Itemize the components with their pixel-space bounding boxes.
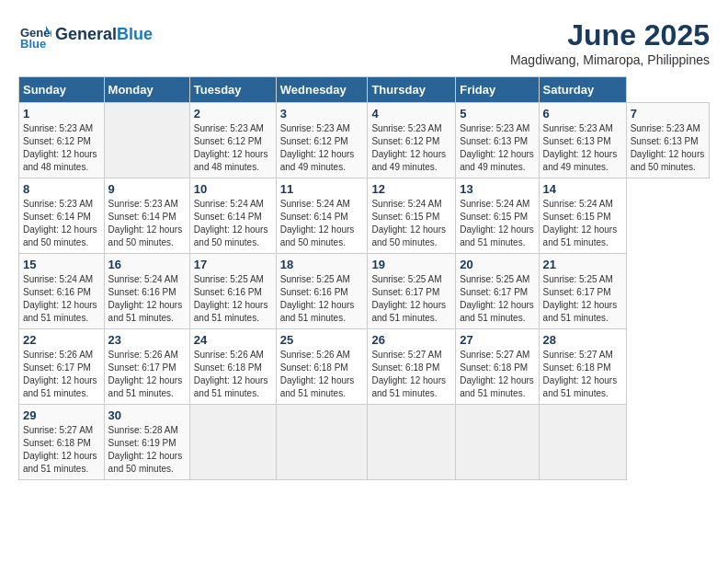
calendar-day-empty [276, 405, 368, 480]
calendar-day-10: 10Sunrise: 5:24 AM Sunset: 6:14 PM Dayli… [189, 178, 276, 254]
day-info: Sunrise: 5:23 AM Sunset: 6:12 PM Dayligh… [371, 122, 451, 174]
logo-icon: General Blue [18, 18, 51, 52]
day-info: Sunrise: 5:23 AM Sunset: 6:12 PM Dayligh… [23, 122, 100, 174]
day-number: 16 [108, 258, 186, 271]
day-number: 8 [23, 182, 100, 196]
day-info: Sunrise: 5:23 AM Sunset: 6:13 PM Dayligh… [543, 122, 622, 174]
day-info: Sunrise: 5:24 AM Sunset: 6:14 PM Dayligh… [280, 198, 364, 249]
day-number: 15 [23, 258, 100, 271]
calendar-day-24: 24Sunrise: 5:26 AM Sunset: 6:18 PM Dayli… [189, 329, 276, 405]
calendar-week-4: 29Sunrise: 5:27 AM Sunset: 6:18 PM Dayli… [19, 405, 710, 480]
calendar-week-0: 1Sunrise: 5:23 AM Sunset: 6:12 PM Daylig… [19, 103, 710, 178]
day-number: 20 [460, 258, 534, 271]
day-number: 28 [543, 333, 622, 347]
calendar-day-17: 17Sunrise: 5:25 AM Sunset: 6:16 PM Dayli… [189, 254, 276, 329]
day-info: Sunrise: 5:26 AM Sunset: 6:18 PM Dayligh… [194, 349, 272, 400]
location-subtitle: Magdiwang, Mimaropa, Philippines [510, 52, 710, 67]
day-info: Sunrise: 5:25 AM Sunset: 6:16 PM Dayligh… [194, 273, 272, 325]
calendar-day-9: 9Sunrise: 5:23 AM Sunset: 6:14 PM Daylig… [104, 178, 189, 254]
page-header: General Blue GeneralBlue June 2025 Magdi… [18, 18, 710, 67]
day-info: Sunrise: 5:23 AM Sunset: 6:12 PM Dayligh… [280, 122, 364, 174]
col-header-saturday: Saturday [539, 77, 626, 103]
calendar-day-4: 4Sunrise: 5:23 AM Sunset: 6:12 PM Daylig… [368, 103, 456, 178]
calendar-day-8: 8Sunrise: 5:23 AM Sunset: 6:14 PM Daylig… [19, 178, 105, 254]
day-number: 27 [460, 333, 534, 347]
col-header-sunday: Sunday [19, 77, 105, 103]
day-number: 13 [460, 182, 534, 196]
calendar-day-18: 18Sunrise: 5:25 AM Sunset: 6:16 PM Dayli… [276, 254, 368, 329]
calendar-body: 1Sunrise: 5:23 AM Sunset: 6:12 PM Daylig… [19, 103, 710, 480]
day-number: 29 [23, 408, 100, 422]
day-info: Sunrise: 5:26 AM Sunset: 6:18 PM Dayligh… [280, 349, 364, 400]
col-header-thursday: Thursday [368, 77, 456, 103]
day-info: Sunrise: 5:24 AM Sunset: 6:16 PM Dayligh… [108, 273, 186, 325]
calendar-week-1: 8Sunrise: 5:23 AM Sunset: 6:14 PM Daylig… [19, 178, 710, 254]
calendar-day-28: 28Sunrise: 5:27 AM Sunset: 6:18 PM Dayli… [539, 329, 626, 405]
day-number: 2 [194, 107, 272, 121]
title-block: June 2025 Magdiwang, Mimaropa, Philippin… [510, 18, 710, 67]
calendar-day-empty [189, 405, 276, 480]
day-info: Sunrise: 5:24 AM Sunset: 6:15 PM Dayligh… [543, 198, 622, 249]
day-number: 25 [280, 333, 364, 347]
day-number: 14 [543, 182, 622, 196]
day-info: Sunrise: 5:23 AM Sunset: 6:13 PM Dayligh… [631, 122, 705, 174]
calendar-day-11: 11Sunrise: 5:24 AM Sunset: 6:14 PM Dayli… [276, 178, 368, 254]
calendar-day-23: 23Sunrise: 5:26 AM Sunset: 6:17 PM Dayli… [104, 329, 189, 405]
calendar-day-26: 26Sunrise: 5:27 AM Sunset: 6:18 PM Dayli… [368, 329, 456, 405]
day-number: 4 [371, 107, 451, 121]
day-number: 12 [371, 182, 451, 196]
day-info: Sunrise: 5:23 AM Sunset: 6:14 PM Dayligh… [23, 198, 100, 249]
calendar-day-empty [539, 405, 626, 480]
logo-blue: Blue [117, 25, 153, 43]
day-info: Sunrise: 5:28 AM Sunset: 6:19 PM Dayligh… [108, 424, 186, 476]
calendar-day-2: 2Sunrise: 5:23 AM Sunset: 6:12 PM Daylig… [189, 103, 276, 178]
day-info: Sunrise: 5:23 AM Sunset: 6:14 PM Dayligh… [108, 198, 186, 249]
calendar-day-7: 7Sunrise: 5:23 AM Sunset: 6:13 PM Daylig… [626, 103, 709, 178]
day-info: Sunrise: 5:27 AM Sunset: 6:18 PM Dayligh… [371, 349, 451, 400]
col-header-monday: Monday [104, 77, 189, 103]
day-number: 1 [23, 107, 100, 121]
day-number: 22 [23, 333, 100, 347]
calendar-week-3: 22Sunrise: 5:26 AM Sunset: 6:17 PM Dayli… [19, 329, 710, 405]
day-info: Sunrise: 5:27 AM Sunset: 6:18 PM Dayligh… [543, 349, 622, 400]
day-number: 17 [194, 258, 272, 271]
calendar-day-empty [104, 103, 189, 178]
col-header-friday: Friday [456, 77, 539, 103]
day-info: Sunrise: 5:27 AM Sunset: 6:18 PM Dayligh… [23, 424, 100, 476]
day-number: 21 [543, 258, 622, 271]
calendar-header-row: SundayMondayTuesdayWednesdayThursdayFrid… [19, 77, 710, 103]
day-number: 6 [543, 107, 622, 121]
calendar-day-19: 19Sunrise: 5:25 AM Sunset: 6:17 PM Dayli… [368, 254, 456, 329]
day-number: 5 [460, 107, 534, 121]
svg-text:Blue: Blue [20, 37, 46, 51]
calendar-table: SundayMondayTuesdayWednesdayThursdayFrid… [18, 76, 710, 480]
day-number: 9 [108, 182, 186, 196]
day-number: 3 [280, 107, 364, 121]
day-info: Sunrise: 5:25 AM Sunset: 6:17 PM Dayligh… [371, 273, 451, 325]
day-number: 26 [371, 333, 451, 347]
day-number: 7 [631, 107, 705, 121]
day-number: 30 [108, 408, 186, 422]
day-info: Sunrise: 5:25 AM Sunset: 6:16 PM Dayligh… [280, 273, 364, 325]
calendar-day-21: 21Sunrise: 5:25 AM Sunset: 6:17 PM Dayli… [539, 254, 626, 329]
calendar-day-15: 15Sunrise: 5:24 AM Sunset: 6:16 PM Dayli… [19, 254, 105, 329]
day-info: Sunrise: 5:26 AM Sunset: 6:17 PM Dayligh… [23, 349, 100, 400]
day-number: 24 [194, 333, 272, 347]
calendar-day-25: 25Sunrise: 5:26 AM Sunset: 6:18 PM Dayli… [276, 329, 368, 405]
day-number: 11 [280, 182, 364, 196]
logo: General Blue GeneralBlue [18, 18, 153, 52]
day-number: 19 [371, 258, 451, 271]
calendar-day-1: 1Sunrise: 5:23 AM Sunset: 6:12 PM Daylig… [19, 103, 105, 178]
calendar-day-6: 6Sunrise: 5:23 AM Sunset: 6:13 PM Daylig… [539, 103, 626, 178]
col-header-wednesday: Wednesday [276, 77, 368, 103]
day-number: 23 [108, 333, 186, 347]
calendar-day-12: 12Sunrise: 5:24 AM Sunset: 6:15 PM Dayli… [368, 178, 456, 254]
day-number: 18 [280, 258, 364, 271]
calendar-week-2: 15Sunrise: 5:24 AM Sunset: 6:16 PM Dayli… [19, 254, 710, 329]
calendar-day-empty [456, 405, 539, 480]
day-info: Sunrise: 5:23 AM Sunset: 6:13 PM Dayligh… [460, 122, 534, 174]
day-number: 10 [194, 182, 272, 196]
calendar-day-13: 13Sunrise: 5:24 AM Sunset: 6:15 PM Dayli… [456, 178, 539, 254]
calendar-day-27: 27Sunrise: 5:27 AM Sunset: 6:18 PM Dayli… [456, 329, 539, 405]
calendar-day-30: 30Sunrise: 5:28 AM Sunset: 6:19 PM Dayli… [104, 405, 189, 480]
